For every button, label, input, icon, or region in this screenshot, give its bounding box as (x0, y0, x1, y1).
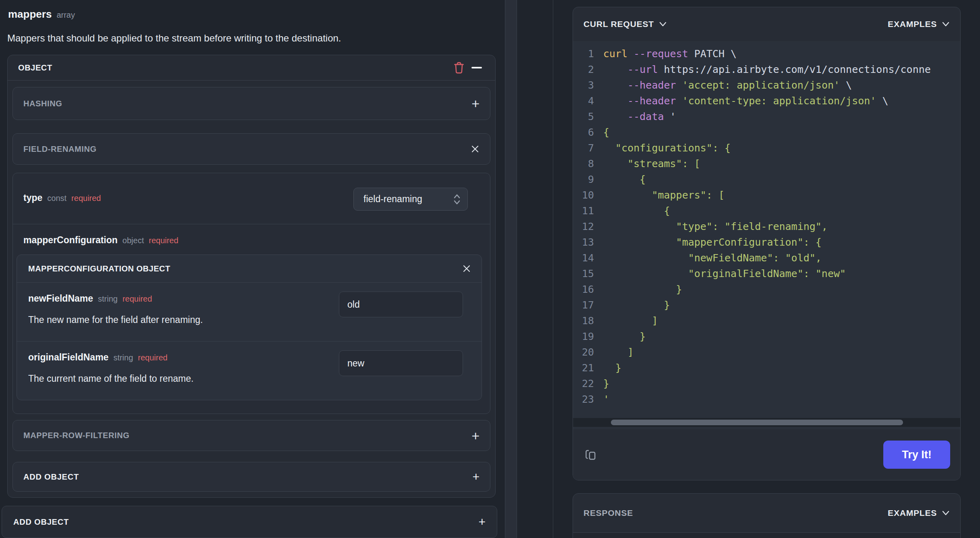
code-line: 5 --data ' (573, 109, 960, 124)
response-title: RESPONSE (583, 508, 888, 518)
property-kind: string (113, 353, 133, 362)
response-examples-dropdown[interactable]: EXAMPLES (888, 508, 950, 518)
new-field-name-input[interactable] (339, 292, 463, 317)
mapper-configuration-property: mapperConfiguration object required (23, 235, 490, 246)
line-number: 20 (573, 346, 594, 358)
code-token: 'accept: application/json' (682, 79, 840, 91)
code-token (603, 79, 627, 91)
response-code-preview (573, 533, 960, 538)
code-line: 9 { (573, 172, 960, 187)
object-panel-header: OBJECT (8, 55, 495, 81)
code-token (603, 111, 627, 122)
line-number: 4 (573, 95, 594, 107)
code-token: } (603, 378, 609, 389)
left-panel-scrollbar[interactable] (505, 0, 517, 538)
collapse-object-button[interactable] (468, 59, 486, 77)
response-panel: RESPONSE EXAMPLES (573, 493, 961, 538)
add-object-label: ADD OBJECT (23, 472, 472, 482)
add-object-button-outer[interactable]: ADD OBJECT + (2, 506, 497, 538)
code-horizontal-scrollbar-thumb[interactable] (611, 420, 903, 425)
line-number: 11 (573, 205, 594, 217)
delete-object-button[interactable] (450, 59, 468, 77)
code-token: --data (627, 111, 664, 122)
code-token (627, 48, 633, 60)
copy-icon (584, 448, 598, 461)
original-field-name-input[interactable] (339, 350, 463, 376)
close-icon[interactable] (462, 264, 471, 273)
line-number: 7 (573, 142, 594, 154)
code-line: 21 } (573, 360, 960, 376)
code-line: 19 } (573, 329, 960, 344)
code-token: --header (627, 79, 676, 91)
curl-request-panel: CURL REQUEST EXAMPLES 1curl --request PA… (573, 7, 961, 480)
close-icon[interactable] (471, 145, 480, 153)
property-required-badge: required (122, 294, 152, 304)
line-number: 6 (573, 126, 594, 138)
property-kind: string (98, 294, 118, 304)
line-number: 1 (573, 48, 594, 60)
copy-code-button[interactable] (584, 448, 598, 461)
property-required-badge: required (149, 236, 178, 245)
type-select[interactable]: field-renaming (353, 188, 468, 211)
code-token: "streams": [ (603, 158, 700, 170)
property-name: mapperConfiguration (23, 235, 118, 246)
code-token: } (603, 283, 682, 295)
line-number: 5 (573, 111, 594, 122)
code-line: 10 "mappers": [ (573, 187, 960, 203)
code-line: 13 "mapperConfiguration": { (573, 234, 960, 250)
code-token (676, 95, 682, 107)
code-token (676, 79, 682, 91)
curl-examples-dropdown[interactable]: EXAMPLES (888, 19, 950, 29)
line-number: 18 (573, 315, 594, 327)
card-title: MAPPERCONFIGURATION OBJECT (28, 264, 462, 273)
code-token: --request (633, 48, 688, 60)
code-token: ' (603, 393, 609, 405)
chevron-down-icon (942, 510, 950, 516)
line-number: 2 (573, 64, 594, 75)
section-field-renaming[interactable]: FIELD-RENAMING (12, 133, 490, 165)
line-number: 8 (573, 158, 594, 170)
code-token: https://api.airbyte.com/v1/connections/c… (658, 64, 930, 75)
curl-panel-footer: Try It! (573, 429, 960, 480)
section-mapper-row-filtering[interactable]: MAPPER-ROW-FILTERING + (12, 420, 490, 451)
code-line: 18 ] (573, 313, 960, 329)
code-line: 3 --header 'accept: application/json' \ (573, 77, 960, 93)
property-kind: const (47, 194, 66, 203)
code-token: PATCH \ (688, 48, 737, 60)
examples-label: EXAMPLES (888, 19, 937, 29)
property-name: type (23, 192, 42, 203)
section-mapper-row-filtering-label: MAPPER-ROW-FILTERING (23, 431, 129, 440)
code-token: curl (603, 48, 627, 60)
original-field-name-row: originalFieldName string required The cu… (17, 341, 482, 400)
curl-request-dropdown[interactable]: CURL REQUEST (583, 19, 667, 29)
code-token: "type": "field-renaming", (603, 221, 828, 232)
code-line: 7 "configurations": { (573, 140, 960, 156)
property-name: newFieldName (28, 293, 93, 304)
code-token: "newFieldName": "old", (603, 252, 822, 264)
object-panel: OBJECT HASHING (7, 55, 496, 498)
select-chevrons-icon (453, 193, 461, 206)
minus-icon (471, 66, 482, 69)
property-kind: object (122, 236, 144, 245)
code-horizontal-scrollbar-track (573, 418, 960, 427)
section-hashing[interactable]: HASHING + (12, 87, 490, 120)
curl-request-title: CURL REQUEST (583, 19, 654, 29)
code-line: 2 --url https://api.airbyte.com/v1/conne… (573, 62, 960, 77)
chevron-down-icon (942, 21, 950, 27)
type-select-value: field-renaming (363, 194, 453, 205)
code-line: 15 "originalFieldName": "new" (573, 266, 960, 281)
schema-docs-column: mappers array Mappers that should be app… (0, 0, 497, 44)
plus-icon: + (471, 429, 480, 443)
code-line: 23' (573, 391, 960, 407)
code-token: 'content-type: application/json' (682, 95, 876, 107)
line-number: 22 (573, 378, 594, 389)
code-line: 14 "newFieldName": "old", (573, 250, 960, 266)
try-it-button[interactable]: Try It! (883, 441, 950, 469)
add-object-button[interactable]: ADD OBJECT + (12, 462, 490, 492)
mapper-configuration-card-header: MAPPERCONFIGURATION OBJECT (17, 255, 482, 283)
column-divider (553, 0, 553, 538)
code-token: \ (840, 79, 852, 91)
code-token: \ (876, 95, 888, 107)
line-number: 17 (573, 299, 594, 311)
line-number: 12 (573, 221, 594, 232)
